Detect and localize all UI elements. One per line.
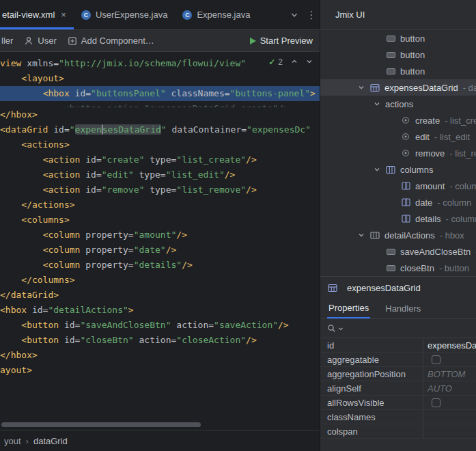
property-row-colspan: colspan [320,424,476,439]
play-icon [250,38,256,44]
property-name: aggregationPosition [320,369,423,379]
button-icon [385,249,396,255]
property-row-classnames: classNames [320,410,476,424]
code-line: <action id="create" type="list_create"/> [0,152,320,167]
code-line-selected: <hbox id="buttonsPanel" classNames="butt… [0,86,320,101]
tree-item-amount[interactable]: amount - column [320,178,476,194]
close-icon[interactable]: × [61,10,66,19]
chevron-down-icon[interactable] [372,100,382,107]
checkbox[interactable] [432,398,440,407]
tree-item-label: button [400,66,425,77]
property-row-id: id expensesDataGrid [320,338,476,353]
add-component-button[interactable]: Add Component… [68,36,154,46]
chevron-down-icon[interactable] [356,84,367,91]
inspection-ok-item[interactable]: ✓ [268,57,275,67]
property-value[interactable] [423,424,476,438]
tree-item-label: button [400,50,425,60]
tree-item-label: closeBtn [400,263,434,273]
property-value[interactable] [423,410,476,424]
property-value[interactable]: BOTTOM [423,367,476,381]
property-name: id [320,340,423,351]
button-icon [385,68,396,74]
property-row-allrowsvisible: allRowsVisible [320,396,476,410]
editor-tab-bar: etail-view.xml × C UserExpense.java C Ex… [0,0,320,29]
designer-toolbar: ller User Add Component… Start Preview [0,30,320,52]
button-icon [385,36,396,42]
user-button[interactable]: User [24,36,56,46]
tab-properties[interactable]: Properties [327,299,370,318]
tree-item-date[interactable]: date - column [320,194,476,210]
tree-item-button[interactable]: button [320,30,476,46]
tree-item-type: - column [437,197,471,208]
horizontal-scrollbar-thumb[interactable] [1,422,201,427]
property-name: aggregatable [320,355,423,365]
breadcrumb-separator: › [26,436,29,446]
tree-item-label: columns [400,165,433,175]
tab-userexpense-java[interactable]: C UserExpense.java [74,0,176,29]
tree-item-label: edit [415,132,430,142]
tree-item-label: create [415,115,440,126]
start-preview-button[interactable]: Start Preview [250,36,313,46]
tree-item-create[interactable]: create - list_create [320,112,476,128]
tree-item-label: button [400,33,425,44]
code-line: </hbox> [0,348,320,363]
tab-expense-java[interactable]: C Expense.java [175,0,257,29]
horizontal-scrollbar-track [0,419,320,430]
more-options-kebab-icon[interactable]: ⋮ [303,0,320,29]
button-icon [385,52,396,58]
tree-item-actions[interactable]: actions [320,96,476,112]
property-search-field[interactable] [320,319,476,338]
code-line: </actions> [0,197,320,213]
tree-item-remove[interactable]: remove - list_remove [320,145,476,161]
tree-item-type: - list_create [445,115,476,126]
breadcrumb: yout › dataGrid [0,430,320,451]
chevron-down-icon[interactable] [356,232,367,238]
code-line: <column property="date"/> [0,243,320,258]
property-table: id expensesDataGrid aggregatable aggrega… [320,338,476,451]
code-line: <columns> [0,213,320,228]
tab-handlers[interactable]: Handlers [384,299,422,318]
tree-item-button[interactable]: button [320,63,476,79]
next-problem-chevron-down-icon[interactable] [306,57,313,67]
tree-item-edit[interactable]: edit - list_edit [320,128,476,145]
controller-button[interactable]: ller [1,36,13,46]
breadcrumb-item-layout[interactable]: yout [4,436,21,446]
hidden-tabs-chevron-icon[interactable] [285,0,303,29]
inspector-header: expensesDataGrid [320,276,476,299]
xml-editor[interactable]: ✓ 2 view xmlns="http://jmix.io/schema/fl… [0,52,320,419]
tree-item-button[interactable]: button [320,46,476,63]
inspector-title: expensesDataGrid [347,283,421,293]
property-value[interactable]: AUTO [423,381,476,395]
chevron-down-icon[interactable] [372,166,382,173]
user-button-label: User [38,36,56,46]
property-value [423,353,476,366]
tree-item-label: expensesDataGrid [384,83,458,93]
editor-column: ller User Add Component… Start Preview [0,30,320,451]
tree-item-label: date [415,197,432,208]
code-line: <hbox id="detailActions"> [0,303,320,318]
inspections-widget: ✓ 2 [268,57,313,67]
checkbox[interactable] [432,355,440,364]
tree-item-detailactions[interactable]: detailActions - hbox [320,227,476,243]
action-icon [400,133,411,141]
tree-item-type: - dataGrid [463,83,476,93]
java-class-icon: C [182,10,192,20]
datagrid-icon [327,284,338,292]
breadcrumb-item-datagrid[interactable]: dataGrid [33,436,68,446]
tree-item-closebtn[interactable]: closeBtn - button [320,260,476,276]
controller-button-label: ller [1,36,13,46]
tree-item-saveandclosebtn[interactable]: saveAndCloseBtn - button [320,243,476,260]
tab-detail-view-xml[interactable]: etail-view.xml × [0,0,74,29]
property-value[interactable]: expensesDataGrid [423,338,476,352]
property-name: colspan [320,426,423,437]
code-line: <button id="saveAndCloseBtn" action="sav… [0,318,320,333]
prev-problem-chevron-up-icon[interactable] [291,57,298,67]
code-line: <column property="amount"/> [0,228,320,243]
tree-item-expensesdatagrid[interactable]: expensesDataGrid - dataGrid [320,79,476,96]
tree-item-details[interactable]: details - column [320,210,476,227]
tree-item-columns[interactable]: columns [320,161,476,178]
tree-item-label: detailActions [384,230,435,241]
code-line: </columns> [0,273,320,288]
action-icon [400,149,411,157]
code-line: </dataGrid> [0,288,320,303]
